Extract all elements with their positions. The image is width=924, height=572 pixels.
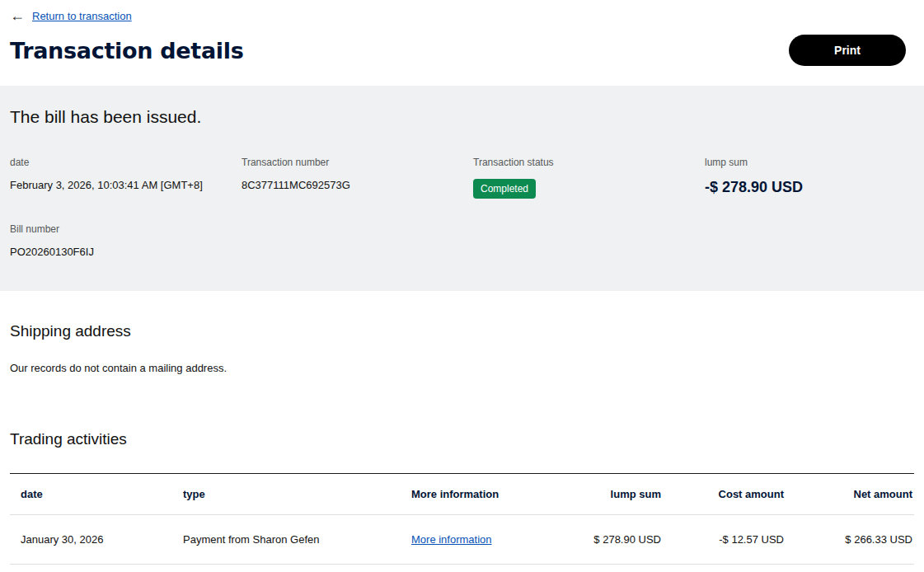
page-title: Transaction details — [10, 38, 243, 63]
field-bill-number-value: PO20260130F6IJ — [10, 246, 242, 258]
column-header-net-amount: Net amount — [786, 474, 914, 515]
transaction-summary-panel: The bill has been issued. date February … — [0, 86, 924, 291]
column-header-lump-sum: lump sum — [557, 474, 663, 515]
column-header-type: type — [172, 474, 401, 515]
summary-fields: date February 3, 2026, 10:03:41 AM [GMT+… — [10, 157, 914, 258]
field-lump-sum: lump sum -$ 278.90 USD — [705, 157, 924, 199]
field-transaction-number-value: 8C377111MC692573G — [242, 179, 473, 191]
column-header-cost-amount: Cost amount — [663, 474, 786, 515]
cell-net-amount: $ 266.33 USD — [786, 515, 914, 565]
cell-lump-sum: $ 12.57 USD — [557, 565, 663, 572]
field-transaction-status: Transaction status Completed — [473, 157, 705, 199]
column-header-more-information: More information — [401, 474, 557, 515]
shipping-address-title: Shipping address — [10, 322, 914, 340]
return-to-transaction-link[interactable]: Return to transaction — [32, 10, 132, 22]
field-transaction-status-label: Transaction status — [473, 157, 705, 168]
cell-date: February 3, 2026 — [10, 565, 172, 572]
field-lump-sum-label: lump sum — [705, 157, 924, 168]
back-arrow-icon[interactable]: ← — [10, 8, 25, 23]
cell-type: Payment from Sharon Gefen — [172, 515, 401, 565]
cell-cost-amount: -$ 12.57 USD — [663, 515, 786, 565]
trading-activities-title: Trading activities — [10, 430, 914, 448]
field-transaction-number: Transaction number 8C377111MC692573G — [242, 157, 473, 199]
column-header-date: date — [10, 474, 172, 515]
field-lump-sum-value: -$ 278.90 USD — [705, 179, 924, 196]
field-date: date February 3, 2026, 10:03:41 AM [GMT+… — [10, 157, 242, 199]
status-badge: Completed — [473, 179, 536, 199]
trading-activities-section: Trading activities date type More inform… — [0, 430, 924, 572]
field-bill-number: Bill number PO20260130F6IJ — [10, 223, 242, 258]
cell-net-amount: $ 12.57 USD — [786, 565, 914, 572]
cell-type: PayPal Fee Refund — [172, 565, 401, 572]
print-button[interactable]: Print — [789, 35, 906, 66]
cell-date: January 30, 2026 — [10, 515, 172, 565]
table-row: February 3, 2026 PayPal Fee Refund More … — [10, 565, 914, 572]
shipping-address-section: Shipping address Our records do not cont… — [0, 322, 924, 374]
cell-cost-amount: $ 0.00 USD — [663, 565, 786, 572]
field-transaction-number-label: Transaction number — [242, 157, 473, 168]
table-row: January 30, 2026 Payment from Sharon Gef… — [10, 515, 914, 565]
more-information-link[interactable]: More information — [411, 533, 492, 546]
shipping-address-text: Our records do not contain a mailing add… — [10, 362, 914, 374]
summary-title: The bill has been issued. — [10, 107, 914, 127]
field-bill-number-label: Bill number — [10, 223, 242, 235]
table-header-row: date type More information lump sum Cost… — [10, 474, 914, 515]
field-date-label: date — [10, 157, 242, 168]
field-date-value: February 3, 2026, 10:03:41 AM [GMT+8] — [10, 179, 242, 191]
page-header: ← Return to transaction Transaction deta… — [0, 0, 924, 86]
back-navigation[interactable]: ← Return to transaction — [10, 8, 914, 23]
cell-lump-sum: $ 278.90 USD — [557, 515, 663, 565]
activities-table: date type More information lump sum Cost… — [10, 473, 914, 572]
